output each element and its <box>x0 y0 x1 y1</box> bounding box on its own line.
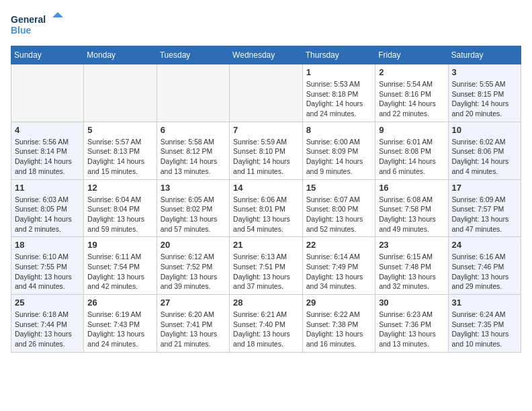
day-info: Sunrise: 6:13 AMSunset: 7:51 PMDaylight:… <box>233 252 299 291</box>
day-info: Sunrise: 6:09 AMSunset: 7:57 PMDaylight:… <box>452 195 518 234</box>
day-info: Sunrise: 6:16 AMSunset: 7:46 PMDaylight:… <box>452 252 518 291</box>
calendar-cell: 30Sunrise: 6:23 AMSunset: 7:36 PMDayligh… <box>375 295 448 353</box>
day-info: Sunrise: 5:55 AMSunset: 8:15 PMDaylight:… <box>452 79 518 119</box>
day-number: 31 <box>452 298 518 308</box>
calendar-cell: 2Sunrise: 5:54 AMSunset: 8:16 PMDaylight… <box>375 64 448 122</box>
day-number: 24 <box>452 240 518 250</box>
calendar-cell: 22Sunrise: 6:14 AMSunset: 7:49 PMDayligh… <box>302 237 375 295</box>
day-number: 18 <box>15 240 80 250</box>
page-header: General Blue <box>11 11 521 38</box>
day-info: Sunrise: 6:20 AMSunset: 7:41 PMDaylight:… <box>161 310 226 349</box>
day-number: 20 <box>161 240 226 250</box>
day-number: 4 <box>15 125 80 135</box>
day-info: Sunrise: 5:53 AMSunset: 8:18 PMDaylight:… <box>306 79 371 119</box>
day-number: 29 <box>306 298 371 308</box>
svg-text:General: General <box>11 14 46 25</box>
weekday-header: Sunday <box>11 46 84 64</box>
day-number: 26 <box>87 298 152 308</box>
calendar-cell <box>84 64 157 122</box>
day-number: 3 <box>452 67 518 77</box>
calendar-cell: 21Sunrise: 6:13 AMSunset: 7:51 PMDayligh… <box>230 237 303 295</box>
day-info: Sunrise: 6:01 AMSunset: 8:08 PMDaylight:… <box>379 137 444 177</box>
calendar-cell: 19Sunrise: 6:11 AMSunset: 7:54 PMDayligh… <box>84 237 157 295</box>
calendar-cell: 9Sunrise: 6:01 AMSunset: 8:08 PMDaylight… <box>375 122 448 179</box>
calendar-cell: 24Sunrise: 6:16 AMSunset: 7:46 PMDayligh… <box>448 237 521 295</box>
day-info: Sunrise: 6:02 AMSunset: 8:06 PMDaylight:… <box>452 137 518 177</box>
day-info: Sunrise: 6:23 AMSunset: 7:36 PMDaylight:… <box>379 310 444 349</box>
day-number: 15 <box>306 183 371 193</box>
calendar-cell <box>157 64 229 122</box>
calendar-cell: 10Sunrise: 6:02 AMSunset: 8:06 PMDayligh… <box>448 122 521 179</box>
day-number: 23 <box>379 240 444 250</box>
day-number: 12 <box>87 183 152 193</box>
day-info: Sunrise: 5:56 AMSunset: 8:14 PMDaylight:… <box>15 137 80 177</box>
calendar-week-row: 18Sunrise: 6:10 AMSunset: 7:55 PMDayligh… <box>11 237 521 295</box>
day-number: 8 <box>306 125 371 135</box>
day-info: Sunrise: 5:58 AMSunset: 8:12 PMDaylight:… <box>161 137 226 177</box>
weekday-header: Tuesday <box>157 46 229 64</box>
svg-marker-1 <box>52 12 63 17</box>
calendar-cell: 18Sunrise: 6:10 AMSunset: 7:55 PMDayligh… <box>11 237 84 295</box>
day-number: 16 <box>379 183 444 193</box>
calendar-cell: 12Sunrise: 6:04 AMSunset: 8:04 PMDayligh… <box>84 179 157 237</box>
svg-text:Blue: Blue <box>11 25 32 36</box>
calendar-cell: 23Sunrise: 6:15 AMSunset: 7:48 PMDayligh… <box>375 237 448 295</box>
calendar-cell: 11Sunrise: 6:03 AMSunset: 8:05 PMDayligh… <box>11 179 84 237</box>
day-number: 28 <box>233 298 299 308</box>
calendar-cell: 27Sunrise: 6:20 AMSunset: 7:41 PMDayligh… <box>157 295 229 353</box>
day-number: 17 <box>452 183 518 193</box>
day-info: Sunrise: 6:21 AMSunset: 7:40 PMDaylight:… <box>233 310 299 349</box>
calendar-cell: 3Sunrise: 5:55 AMSunset: 8:15 PMDaylight… <box>448 64 521 122</box>
day-number: 7 <box>233 125 299 135</box>
calendar-cell: 15Sunrise: 6:07 AMSunset: 8:00 PMDayligh… <box>302 179 375 237</box>
calendar-week-row: 25Sunrise: 6:18 AMSunset: 7:44 PMDayligh… <box>11 295 521 353</box>
day-number: 21 <box>233 240 299 250</box>
calendar-cell: 26Sunrise: 6:19 AMSunset: 7:43 PMDayligh… <box>84 295 157 353</box>
day-info: Sunrise: 6:07 AMSunset: 8:00 PMDaylight:… <box>306 195 371 234</box>
weekday-header: Monday <box>84 46 157 64</box>
calendar-week-row: 11Sunrise: 6:03 AMSunset: 8:05 PMDayligh… <box>11 179 521 237</box>
day-info: Sunrise: 6:04 AMSunset: 8:04 PMDaylight:… <box>87 195 152 234</box>
weekday-header: Wednesday <box>230 46 303 64</box>
weekday-header: Saturday <box>448 46 521 64</box>
day-info: Sunrise: 6:08 AMSunset: 7:58 PMDaylight:… <box>379 195 444 234</box>
day-number: 19 <box>87 240 152 250</box>
day-info: Sunrise: 6:00 AMSunset: 8:09 PMDaylight:… <box>306 137 371 177</box>
day-info: Sunrise: 5:57 AMSunset: 8:13 PMDaylight:… <box>87 137 152 177</box>
calendar-table: SundayMondayTuesdayWednesdayThursdayFrid… <box>11 46 521 353</box>
day-number: 14 <box>233 183 299 193</box>
calendar-cell: 17Sunrise: 6:09 AMSunset: 7:57 PMDayligh… <box>448 179 521 237</box>
calendar-cell: 1Sunrise: 5:53 AMSunset: 8:18 PMDaylight… <box>302 64 375 122</box>
day-info: Sunrise: 5:54 AMSunset: 8:16 PMDaylight:… <box>379 79 444 119</box>
day-number: 11 <box>15 183 80 193</box>
calendar-cell: 7Sunrise: 5:59 AMSunset: 8:10 PMDaylight… <box>230 122 303 179</box>
calendar-cell: 16Sunrise: 6:08 AMSunset: 7:58 PMDayligh… <box>375 179 448 237</box>
day-info: Sunrise: 6:18 AMSunset: 7:44 PMDaylight:… <box>15 310 80 349</box>
day-info: Sunrise: 6:11 AMSunset: 7:54 PMDaylight:… <box>87 252 152 291</box>
calendar-cell: 20Sunrise: 6:12 AMSunset: 7:52 PMDayligh… <box>157 237 229 295</box>
calendar-cell: 5Sunrise: 5:57 AMSunset: 8:13 PMDaylight… <box>84 122 157 179</box>
day-number: 10 <box>452 125 518 135</box>
calendar-cell: 29Sunrise: 6:22 AMSunset: 7:38 PMDayligh… <box>302 295 375 353</box>
day-number: 22 <box>306 240 371 250</box>
calendar-cell: 14Sunrise: 6:06 AMSunset: 8:01 PMDayligh… <box>230 179 303 237</box>
calendar-cell: 31Sunrise: 6:24 AMSunset: 7:35 PMDayligh… <box>448 295 521 353</box>
weekday-header: Thursday <box>302 46 375 64</box>
day-info: Sunrise: 6:24 AMSunset: 7:35 PMDaylight:… <box>452 310 518 349</box>
logo: General Blue <box>11 11 64 38</box>
calendar-cell <box>230 64 303 122</box>
day-info: Sunrise: 6:05 AMSunset: 8:02 PMDaylight:… <box>161 195 226 234</box>
calendar-cell: 6Sunrise: 5:58 AMSunset: 8:12 PMDaylight… <box>157 122 229 179</box>
calendar-cell: 8Sunrise: 6:00 AMSunset: 8:09 PMDaylight… <box>302 122 375 179</box>
day-info: Sunrise: 6:14 AMSunset: 7:49 PMDaylight:… <box>306 252 371 291</box>
day-info: Sunrise: 5:59 AMSunset: 8:10 PMDaylight:… <box>233 137 299 177</box>
day-number: 25 <box>15 298 80 308</box>
calendar-cell: 13Sunrise: 6:05 AMSunset: 8:02 PMDayligh… <box>157 179 229 237</box>
day-info: Sunrise: 6:12 AMSunset: 7:52 PMDaylight:… <box>161 252 226 291</box>
day-number: 1 <box>306 67 371 77</box>
day-info: Sunrise: 6:10 AMSunset: 7:55 PMDaylight:… <box>15 252 80 291</box>
calendar-cell <box>11 64 84 122</box>
day-number: 6 <box>161 125 226 135</box>
day-number: 13 <box>161 183 226 193</box>
weekday-header: Friday <box>375 46 448 64</box>
